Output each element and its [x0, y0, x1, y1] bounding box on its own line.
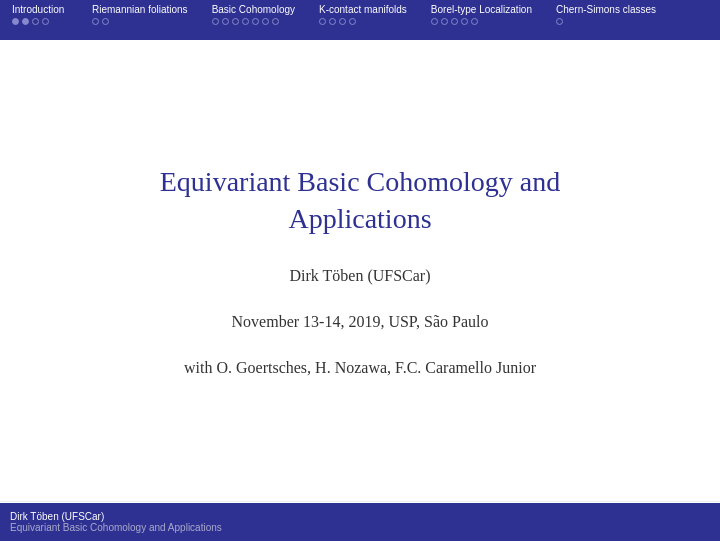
nav-dots-riemannian: [92, 18, 109, 25]
date-text: November 13-14, 2019, USP, São Paulo: [232, 313, 489, 331]
nav-dots-kcontact: [319, 18, 356, 25]
dot-r2: [102, 18, 109, 25]
nav-section-introduction[interactable]: Introduction: [0, 4, 80, 25]
nav-dots-introduction: [12, 18, 49, 25]
status-title: Equivariant Basic Cohomology and Applica…: [10, 522, 710, 533]
dot-b3: [232, 18, 239, 25]
dot-c1: [556, 18, 563, 25]
dot-bl5: [471, 18, 478, 25]
dot-k1: [319, 18, 326, 25]
dot-4: [42, 18, 49, 25]
nav-label-kcontact: K-contact manifolds: [319, 4, 407, 15]
nav-label-basic-cohomology: Basic Cohomology: [212, 4, 295, 15]
title-section: Equivariant Basic Cohomology and Applica…: [160, 164, 561, 237]
author-section: Dirk Töben (UFSCar): [289, 267, 430, 285]
dot-k3: [339, 18, 346, 25]
status-bar: Dirk Töben (UFSCar) Equivariant Basic Co…: [0, 503, 720, 541]
nav-section-chern[interactable]: Chern-Simons classes: [544, 4, 668, 25]
dot-1: [12, 18, 19, 25]
dot-b4: [242, 18, 249, 25]
status-author: Dirk Töben (UFSCar): [10, 511, 710, 522]
dot-b7: [272, 18, 279, 25]
collaborators-section: with O. Goertsches, H. Nozawa, F.C. Cara…: [184, 359, 536, 377]
dot-b6: [262, 18, 269, 25]
dot-b2: [222, 18, 229, 25]
nav-section-basic-cohomology[interactable]: Basic Cohomology: [200, 4, 307, 25]
nav-label-introduction: Introduction: [12, 4, 64, 15]
collaborators-text: with O. Goertsches, H. Nozawa, F.C. Cara…: [184, 359, 536, 377]
nav-dots-borel: [431, 18, 478, 25]
slide-content: Equivariant Basic Cohomology and Applica…: [0, 40, 720, 501]
slide-title: Equivariant Basic Cohomology and Applica…: [160, 164, 561, 237]
nav-section-kcontact[interactable]: K-contact manifolds: [307, 4, 419, 25]
author-text: Dirk Töben (UFSCar): [289, 267, 430, 285]
date-section: November 13-14, 2019, USP, São Paulo: [232, 313, 489, 331]
dot-3: [32, 18, 39, 25]
nav-dots-chern: [556, 18, 563, 25]
nav-label-borel: Borel-type Localization: [431, 4, 532, 15]
nav-section-borel[interactable]: Borel-type Localization: [419, 4, 544, 25]
dot-k4: [349, 18, 356, 25]
title-line2: Applications: [288, 203, 431, 234]
dot-bl3: [451, 18, 458, 25]
nav-section-riemannian[interactable]: Riemannian foliations: [80, 4, 200, 25]
dot-bl2: [441, 18, 448, 25]
nav-bar: Introduction Riemannian foliations Basic…: [0, 0, 720, 38]
nav-dots-basic-cohomology: [212, 18, 279, 25]
dot-b1: [212, 18, 219, 25]
title-line1: Equivariant Basic Cohomology and: [160, 166, 561, 197]
nav-label-chern: Chern-Simons classes: [556, 4, 656, 15]
nav-label-riemannian: Riemannian foliations: [92, 4, 188, 15]
dot-bl1: [431, 18, 438, 25]
dot-b5: [252, 18, 259, 25]
dot-bl4: [461, 18, 468, 25]
dot-2: [22, 18, 29, 25]
dot-k2: [329, 18, 336, 25]
dot-r1: [92, 18, 99, 25]
